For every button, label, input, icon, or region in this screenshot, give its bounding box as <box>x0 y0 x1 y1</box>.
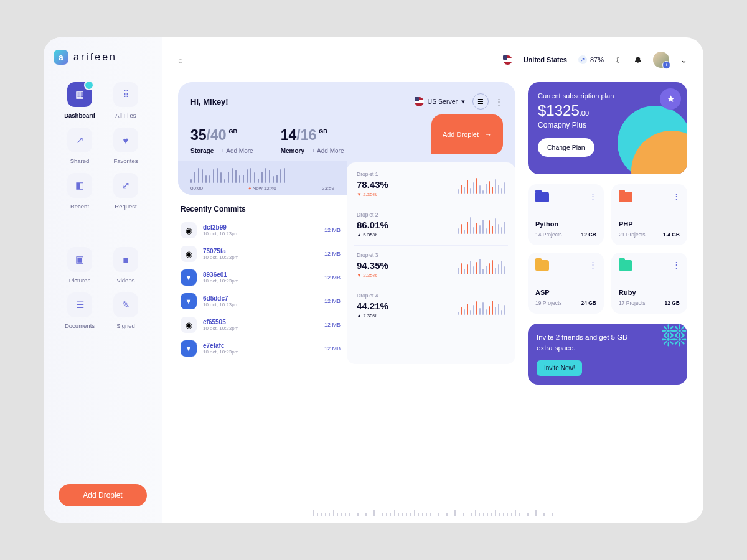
bitbucket-icon: ▼ <box>181 269 197 286</box>
server-label: US Server <box>428 98 458 105</box>
commit-hash: dcf2b99 <box>203 224 318 231</box>
nav-label: Documents <box>65 322 95 329</box>
avatar[interactable] <box>653 52 669 68</box>
trend-up-icon: ↗ <box>578 55 587 64</box>
commit-hash: e7efafc <box>203 342 318 349</box>
commit-size: 12 MB <box>324 345 341 352</box>
sidebar-item-dashboard[interactable]: ▦Dashboard <box>59 82 101 119</box>
folder-projects: 17 Projects <box>619 300 646 306</box>
invite-button[interactable]: Invite Now! <box>537 360 582 376</box>
nav-tile-icon: ◧ <box>67 173 92 198</box>
sidebar-nav: ▦Dashboard⠿All Files↗Shared♥Favorites◧Re… <box>44 82 162 329</box>
user-menu-chevron-icon[interactable]: ⌄ <box>680 55 687 65</box>
commit-size: 12 MB <box>324 251 341 257</box>
star-icon: ★ <box>660 88 681 110</box>
sidebar-item-signed[interactable]: ✎Signed <box>105 292 147 329</box>
server-select[interactable]: US Server ▾ <box>415 97 465 106</box>
droplet-sparkline <box>458 215 506 234</box>
add-storage-link[interactable]: + Add More <box>221 147 253 154</box>
storage-label: Storage <box>190 147 214 154</box>
nav-label: Request <box>115 203 136 210</box>
add-droplet-label: Add Droplet <box>443 131 479 138</box>
sidebar-item-request[interactable]: ⤢Request <box>105 173 147 210</box>
commit-time: 10 oct, 10:23pm <box>203 231 318 236</box>
droplet-row[interactable]: Droplet 3 94.35% ▼ 2.35% <box>354 246 508 286</box>
github-icon: ◉ <box>181 222 197 238</box>
sidebar-item-pictures[interactable]: ▣Pictures <box>59 247 101 284</box>
github-icon: ◉ <box>181 246 197 262</box>
commit-hash: ef65505 <box>203 319 318 325</box>
search-icon[interactable]: ⌕ <box>178 55 183 65</box>
invite-card: ❊❊❊❊ Invite 2 friends and get 5 GB extra… <box>528 324 687 385</box>
timeline-now: Now 12:40 <box>253 185 276 191</box>
commit-time: 10 oct, 10:23pm <box>203 325 318 331</box>
folder-icon <box>535 192 549 202</box>
commit-row[interactable]: ◉ ef6550510 oct, 10:23pm 12 MB <box>181 317 341 333</box>
nav-label: All Files <box>115 112 136 119</box>
folder-card-php[interactable]: ⋮ PHP 21 Projects1.4 GB <box>611 184 687 245</box>
commit-row[interactable]: ▼ e7efafc10 oct, 10:23pm 12 MB <box>181 340 341 357</box>
sidebar-item-documents[interactable]: ☰Documents <box>59 292 101 329</box>
memory-used: 14 <box>281 127 297 143</box>
droplet-row[interactable]: Droplet 1 78.43% ▼ 2.35% <box>354 165 508 205</box>
folder-more-icon[interactable]: ⋮ <box>672 192 680 202</box>
folder-more-icon[interactable]: ⋮ <box>589 260 596 271</box>
memory-stat: 14/16GB Memory + Add More <box>281 127 344 154</box>
commit-time: 10 oct, 10:23pm <box>203 302 318 307</box>
brand-name: arifeen <box>73 52 117 63</box>
trend-stat: ↗ 87% <box>578 55 604 64</box>
nav-tile-icon: ☰ <box>67 292 92 317</box>
commit-hash: 8936e01 <box>203 271 318 278</box>
timeline-start: 00:00 <box>190 185 203 191</box>
commit-time: 10 oct, 10:23pm <box>203 278 318 284</box>
timeline-end: 23:59 <box>322 185 334 191</box>
sidebar-item-all-files[interactable]: ⠿All Files <box>105 82 147 119</box>
nav-label: Recent <box>70 203 89 210</box>
sidebar-item-recent[interactable]: ◧Recent <box>59 173 101 210</box>
droplet-delta: ▲ 5.35% <box>357 232 453 238</box>
folder-name: Python <box>535 220 596 228</box>
bitbucket-icon: ▼ <box>181 340 197 357</box>
folder-projects: 14 Projects <box>535 231 562 238</box>
memory-total: 16 <box>301 127 317 143</box>
filter-button[interactable]: ☰ <box>472 93 489 110</box>
subscription-amount: $1325 <box>538 102 580 119</box>
commit-row[interactable]: ◉ dcf2b9910 oct, 10:23pm 12 MB <box>181 222 341 238</box>
commit-row[interactable]: ▼ 8936e0110 oct, 10:23pm 12 MB <box>181 269 341 286</box>
add-droplet-button[interactable]: Add Droplet → <box>431 114 503 154</box>
commit-size: 12 MB <box>324 298 341 304</box>
region-label[interactable]: United States <box>524 56 567 63</box>
bell-icon[interactable]: 🔔︎ <box>634 55 642 65</box>
us-flag-icon <box>503 55 512 65</box>
sidebar-item-shared[interactable]: ↗Shared <box>59 128 101 164</box>
folder-size: 1.4 GB <box>663 231 680 238</box>
storage-stat: 35/40GB Storage + Add More <box>190 127 253 154</box>
folder-name: ASP <box>535 289 596 296</box>
subscription-card: ★ Current subscription plan $1325.00 Com… <box>528 82 687 174</box>
folder-card-ruby[interactable]: ⋮ Ruby 17 Projects12 GB <box>611 253 687 314</box>
add-droplet-sidebar-button[interactable]: Add Droplet <box>59 484 147 506</box>
folders-grid: ⋮ Python 14 Projects12 GB⋮ PHP 21 Projec… <box>528 184 687 314</box>
droplet-row[interactable]: Droplet 2 86.01% ▲ 5.35% <box>354 205 508 246</box>
droplet-pct: 86.01% <box>357 220 453 230</box>
droplet-row[interactable]: Droplet 4 44.21% ▲ 2.35% <box>354 286 508 326</box>
folder-more-icon[interactable]: ⋮ <box>672 260 680 271</box>
commit-size: 12 MB <box>324 227 341 233</box>
sidebar-item-videos[interactable]: ■Videos <box>105 247 147 284</box>
more-icon[interactable]: ⋮ <box>495 97 503 106</box>
commits-list: ◉ dcf2b9910 oct, 10:23pm 12 MB◉ 75075fa1… <box>181 222 341 357</box>
nav-tile-icon: ♥ <box>113 128 138 152</box>
add-memory-link[interactable]: + Add More <box>312 147 344 154</box>
storage-used: 35 <box>190 127 207 143</box>
droplet-delta: ▲ 2.35% <box>357 313 453 319</box>
commit-row[interactable]: ◉ 75075fa10 oct, 10:23pm 12 MB <box>181 246 341 262</box>
folder-card-python[interactable]: ⋮ Python 14 Projects12 GB <box>528 184 604 245</box>
folder-more-icon[interactable]: ⋮ <box>589 192 596 202</box>
folder-card-asp[interactable]: ⋮ ASP 19 Projects24 GB <box>528 253 604 314</box>
commit-row[interactable]: ▼ 6d5ddc710 oct, 10:23pm 12 MB <box>181 293 341 309</box>
dark-mode-icon[interactable]: ☾ <box>615 55 622 65</box>
change-plan-button[interactable]: Change Plan <box>538 138 594 157</box>
invite-text: Invite 2 friends and get 5 GB extra spac… <box>537 332 639 354</box>
sidebar-item-favorites[interactable]: ♥Favorites <box>105 128 147 164</box>
droplet-name: Droplet 1 <box>357 171 453 177</box>
